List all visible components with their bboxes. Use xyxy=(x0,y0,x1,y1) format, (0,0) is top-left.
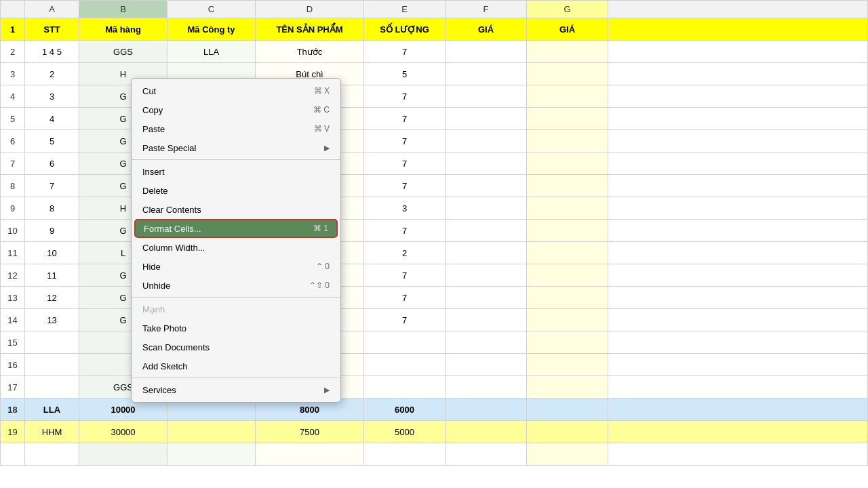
table-header-row: 1 STT Mã hàng Mã Công ty TÊN SẢN PHẨM SỐ… xyxy=(1,18,868,41)
menu-item-cut-label: Cut xyxy=(142,86,156,96)
row-num-1: 1 xyxy=(1,18,25,41)
col-header-g[interactable]: G xyxy=(527,1,608,18)
menu-item-manh: Mạnh xyxy=(132,300,340,319)
cell-d1[interactable]: TÊN SẢN PHẨM xyxy=(256,18,364,41)
table-row: 2 1 4 5 GGS LLA Thước 7 xyxy=(1,41,868,63)
cell-b2[interactable]: GGS xyxy=(79,41,167,63)
cell-c2[interactable]: LLA xyxy=(167,41,256,63)
menu-item-paste-special-label: Paste Special xyxy=(142,143,197,153)
menu-item-take-photo-label: Take Photo xyxy=(142,323,186,333)
menu-divider-2 xyxy=(132,297,340,298)
menu-item-unhide[interactable]: Unhide ⌃⇧ 0 xyxy=(132,276,340,295)
cell-g2[interactable] xyxy=(527,41,608,63)
menu-divider-3 xyxy=(132,378,340,378)
spreadsheet: A B C D E F G 1 STT Mã hàng Mã Công ty T… xyxy=(0,0,868,488)
menu-item-unhide-shortcut: ⌃⇧ 0 xyxy=(309,281,330,290)
cell-f2[interactable] xyxy=(446,41,527,63)
cell-a1[interactable]: STT xyxy=(25,18,79,41)
menu-item-paste-label: Paste xyxy=(142,124,165,134)
menu-item-clear-contents-label: Clear Contents xyxy=(142,205,201,215)
table-row xyxy=(1,443,868,466)
col-header-d[interactable]: D xyxy=(256,1,364,18)
table-row-highlight: 18 LLA 10000 8000 6000 xyxy=(1,399,868,421)
menu-item-format-cells-label: Format Cells... xyxy=(144,224,201,234)
menu-item-cut[interactable]: Cut ⌘ X xyxy=(132,81,340,100)
col-header-a[interactable]: A xyxy=(25,1,79,18)
col-header-rest xyxy=(608,1,868,18)
menu-item-hide-label: Hide xyxy=(142,262,161,272)
spreadsheet-grid: A B C D E F G 1 STT Mã hàng Mã Công ty T… xyxy=(0,0,868,466)
cell-c1[interactable]: Mã Công ty xyxy=(167,18,256,41)
menu-item-scan-documents[interactable]: Scan Documents xyxy=(132,338,340,357)
menu-item-services-label: Services xyxy=(142,385,176,395)
cell-g1[interactable]: GIÁ xyxy=(527,18,608,41)
menu-item-copy-label: Copy xyxy=(142,105,163,115)
cell-e1[interactable]: SỐ LƯỢNG xyxy=(364,18,446,41)
menu-divider-1 xyxy=(132,159,340,160)
menu-item-add-sketch-label: Add Sketch xyxy=(142,361,188,371)
menu-item-hide-shortcut: ⌃ 0 xyxy=(316,262,330,271)
menu-item-format-cells[interactable]: Format Cells... ⌘ 1 xyxy=(134,219,338,238)
menu-item-delete-label: Delete xyxy=(142,186,168,196)
menu-item-hide[interactable]: Hide ⌃ 0 xyxy=(132,257,340,276)
menu-item-insert[interactable]: Insert xyxy=(132,162,340,181)
cell-rest-1 xyxy=(608,18,868,41)
menu-item-format-cells-shortcut: ⌘ 1 xyxy=(313,224,328,233)
cell-e2[interactable]: 7 xyxy=(364,41,446,63)
menu-item-cut-shortcut: ⌘ X xyxy=(314,86,330,96)
menu-item-clear-contents[interactable]: Clear Contents xyxy=(132,200,340,219)
menu-item-unhide-label: Unhide xyxy=(142,281,170,291)
menu-item-copy[interactable]: Copy ⌘ C xyxy=(132,100,340,119)
menu-item-add-sketch[interactable]: Add Sketch xyxy=(132,357,340,375)
col-header-b[interactable]: B xyxy=(79,1,167,18)
arrow-icon: ▶ xyxy=(324,144,330,152)
col-header-c[interactable]: C xyxy=(167,1,256,18)
cell-b1[interactable]: Mã hàng xyxy=(79,18,167,41)
context-menu: Cut ⌘ X Copy ⌘ C Paste ⌘ V Paste Special… xyxy=(131,78,341,403)
menu-item-paste[interactable]: Paste ⌘ V xyxy=(132,119,340,138)
row-num-2: 2 xyxy=(1,41,25,63)
menu-item-column-width-label: Column Width... xyxy=(142,243,205,253)
col-header-f[interactable]: F xyxy=(446,1,527,18)
corner-cell xyxy=(1,1,25,18)
col-header-e[interactable]: E xyxy=(364,1,446,18)
services-arrow-icon: ▶ xyxy=(324,386,330,394)
menu-item-scan-documents-label: Scan Documents xyxy=(142,342,210,352)
menu-item-insert-label: Insert xyxy=(142,167,165,177)
menu-item-manh-label: Mạnh xyxy=(142,304,165,314)
table-row: 19 HHM 30000 7500 5000 xyxy=(1,421,868,443)
menu-item-take-photo[interactable]: Take Photo xyxy=(132,319,340,338)
menu-item-delete[interactable]: Delete xyxy=(132,181,340,200)
menu-item-column-width[interactable]: Column Width... xyxy=(132,238,340,257)
cell-f1[interactable]: GIÁ xyxy=(446,18,527,41)
cell-a2[interactable]: 1 4 5 xyxy=(25,41,79,63)
cell-d2[interactable]: Thước xyxy=(256,41,364,63)
menu-item-paste-shortcut: ⌘ V xyxy=(314,124,330,134)
menu-item-services[interactable]: Services ▶ xyxy=(132,380,340,399)
menu-item-paste-special[interactable]: Paste Special ▶ xyxy=(132,138,340,157)
menu-item-copy-shortcut: ⌘ C xyxy=(313,105,330,115)
